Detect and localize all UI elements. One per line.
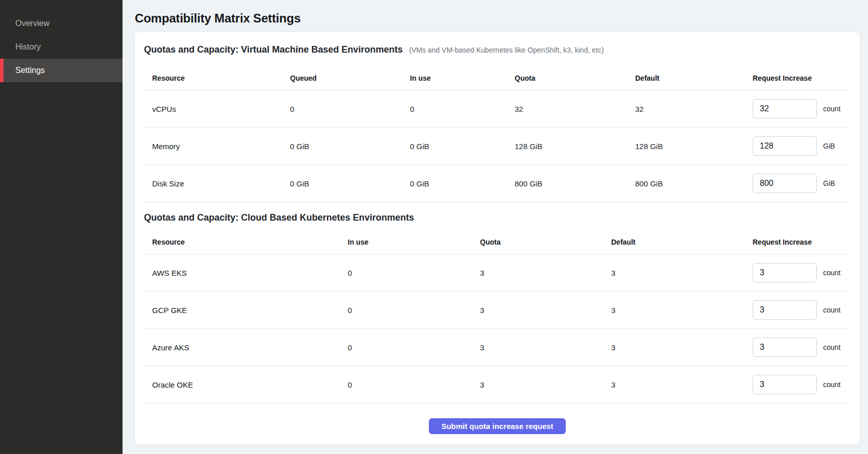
unit-label: count xyxy=(823,269,840,277)
resource-name: vCPUs xyxy=(144,90,282,127)
column-header-resource: Resource xyxy=(144,230,340,254)
column-header-quota: Quota xyxy=(507,66,627,90)
resource-name: AWS EKS xyxy=(144,254,340,291)
in-use-value: 0 xyxy=(340,254,472,291)
table-row-vcpus: vCPUs 0 0 32 32 count xyxy=(144,90,851,128)
request-increase-cell: count xyxy=(744,254,852,291)
vm-section-title: Quotas and Capacity: Virtual Machine Bas… xyxy=(144,44,403,55)
request-increase-cell: count xyxy=(744,292,852,328)
sidebar-item-settings[interactable]: Settings xyxy=(0,59,123,82)
oracle-oke-request-input[interactable] xyxy=(753,375,817,394)
queued-value: 0 xyxy=(282,90,402,127)
sidebar: Overview History Settings xyxy=(0,0,123,454)
azure-aks-request-input[interactable] xyxy=(753,338,817,357)
column-header-in-use: In use xyxy=(402,66,507,90)
unit-label: count xyxy=(823,380,840,389)
resource-name: Disk Size xyxy=(144,165,282,202)
column-header-quota: Quota xyxy=(472,230,603,254)
queued-value: 0 GiB xyxy=(282,165,402,202)
sidebar-item-history[interactable]: History xyxy=(0,35,123,59)
column-header-resource: Resource xyxy=(144,66,282,90)
request-increase-cell: GiB xyxy=(744,165,852,202)
table-row-aws-eks: AWS EKS 0 3 3 count xyxy=(144,254,851,292)
vcpus-request-input[interactable] xyxy=(753,99,817,118)
in-use-value: 0 GiB xyxy=(402,128,507,164)
quota-value: 3 xyxy=(472,254,603,291)
unit-label: GiB xyxy=(823,179,835,187)
vm-table-header: Resource Queued In use Quota Default Req… xyxy=(144,66,851,90)
table-row-azure-aks: Azure AKS 0 3 3 count xyxy=(144,329,851,366)
table-row-disk-size: Disk Size 0 GiB 0 GiB 800 GiB 800 GiB Gi… xyxy=(144,165,851,202)
default-value: 32 xyxy=(627,90,744,127)
column-header-default: Default xyxy=(603,230,744,254)
column-header-in-use: In use xyxy=(340,230,472,254)
unit-label: count xyxy=(823,105,840,113)
default-value: 3 xyxy=(603,254,744,291)
quota-value: 3 xyxy=(472,329,603,366)
sidebar-item-overview[interactable]: Overview xyxy=(0,12,123,35)
resource-name: Memory xyxy=(144,128,282,164)
quota-value: 32 xyxy=(507,90,627,127)
cloud-table-header: Resource In use Quota Default Request In… xyxy=(144,230,851,254)
default-value: 128 GiB xyxy=(627,128,744,164)
table-row-memory: Memory 0 GiB 0 GiB 128 GiB 128 GiB GiB xyxy=(144,128,851,165)
cloud-section-heading: Quotas and Capacity: Cloud Based Kuberne… xyxy=(144,202,851,224)
in-use-value: 0 xyxy=(340,329,472,366)
table-row-oracle-oke: Oracle OKE 0 3 3 count xyxy=(144,366,851,403)
column-header-request-increase: Request Increase xyxy=(744,66,852,90)
main-content: Compatibility Matrix Settings Quotas and… xyxy=(123,0,868,454)
in-use-value: 0 xyxy=(340,366,472,403)
default-value: 3 xyxy=(603,329,744,366)
request-increase-cell: count xyxy=(744,90,852,127)
quota-value: 800 GiB xyxy=(507,165,627,202)
column-header-default: Default xyxy=(627,66,744,90)
memory-request-input[interactable] xyxy=(753,136,817,156)
request-increase-cell: GiB xyxy=(744,128,852,164)
column-header-queued: Queued xyxy=(282,66,402,90)
quota-value: 3 xyxy=(472,292,603,328)
disk-size-request-input[interactable] xyxy=(753,174,817,193)
table-row-gcp-gke: GCP GKE 0 3 3 count xyxy=(144,292,851,329)
gcp-gke-request-input[interactable] xyxy=(753,300,817,320)
resource-name: Azure AKS xyxy=(144,329,340,366)
default-value: 800 GiB xyxy=(627,165,744,202)
in-use-value: 0 xyxy=(402,90,507,127)
in-use-value: 0 GiB xyxy=(402,165,507,202)
default-value: 3 xyxy=(603,292,744,328)
submit-quota-increase-button[interactable]: Submit quota increase request xyxy=(429,418,565,434)
quota-value: 128 GiB xyxy=(507,128,627,164)
unit-label: GiB xyxy=(823,142,835,150)
quota-value: 3 xyxy=(472,366,603,403)
resource-name: GCP GKE xyxy=(144,292,340,328)
cloud-section-title: Quotas and Capacity: Cloud Based Kuberne… xyxy=(144,212,414,223)
vm-section-heading: Quotas and Capacity: Virtual Machine Bas… xyxy=(144,32,851,56)
request-increase-cell: count xyxy=(744,366,852,403)
queued-value: 0 GiB xyxy=(282,128,402,164)
column-header-request-increase: Request Increase xyxy=(744,230,852,254)
default-value: 3 xyxy=(603,366,744,403)
unit-label: count xyxy=(823,343,840,351)
in-use-value: 0 xyxy=(340,292,472,328)
request-increase-cell: count xyxy=(744,329,852,366)
vm-section-subtitle: (VMs and VM-based Kubernetes like OpenSh… xyxy=(409,46,604,54)
resource-name: Oracle OKE xyxy=(144,366,340,403)
page-title: Compatibility Matrix Settings xyxy=(135,11,868,26)
footer-area: Submit quota increase request xyxy=(144,403,851,444)
unit-label: count xyxy=(823,306,840,314)
aws-eks-request-input[interactable] xyxy=(753,263,817,282)
settings-card: Quotas and Capacity: Virtual Machine Bas… xyxy=(134,32,860,445)
